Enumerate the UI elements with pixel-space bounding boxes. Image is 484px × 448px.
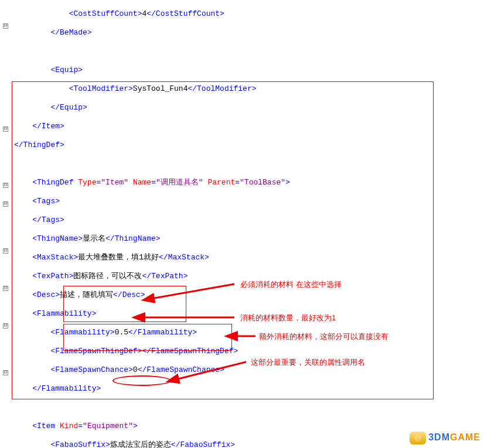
watermark: 3DMGAME <box>410 432 480 444</box>
watermark-text: 3DMGAME <box>428 432 480 442</box>
code-gutter: ⊟ ⊟ ⊟ ⊟ ⊟ ⊟ ⊟ ⊟ <box>0 0 12 448</box>
annotation-box-costitems <box>63 324 232 351</box>
annotation-text-4: 这部分最重要，关联的属性调用名 <box>251 357 365 368</box>
fold-toggle[interactable]: ⊟ <box>3 323 8 329</box>
annotation-box-main <box>12 81 434 399</box>
watermark-icon <box>410 432 426 444</box>
annotation-text-2: 消耗的材料数量，最好改为1 <box>240 313 336 323</box>
fold-toggle[interactable]: ⊟ <box>3 201 8 207</box>
fold-toggle[interactable]: ⊟ <box>3 126 8 132</box>
annotation-text-1: 必须消耗的材料 在这些中选择 <box>240 279 342 290</box>
annotation-box-stuff <box>63 286 186 322</box>
code-line: <CostStuffCount>4</CostStuffCount> <box>14 9 362 19</box>
fold-toggle[interactable]: ⊟ <box>3 183 8 188</box>
fold-toggle[interactable]: ⊟ <box>3 23 8 29</box>
fold-toggle[interactable]: ⊟ <box>3 370 8 375</box>
fold-toggle[interactable]: ⊟ <box>3 248 8 254</box>
fold-toggle[interactable]: ⊟ <box>3 286 8 291</box>
annotation-text-3: 额外消耗的材料，这部分可以直接没有 <box>259 331 388 342</box>
